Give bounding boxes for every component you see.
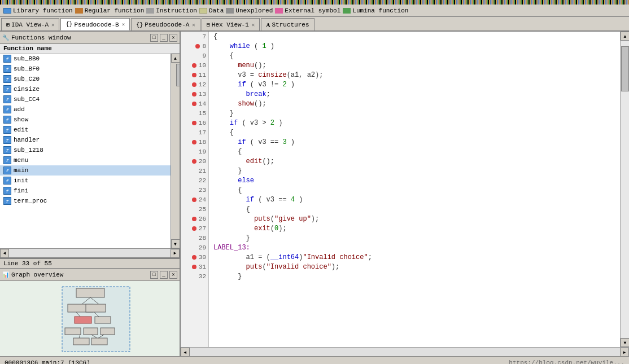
legend-label-external: External symbol bbox=[285, 7, 340, 14]
func-name: term_proc bbox=[14, 198, 47, 204]
tab-close-pb[interactable]: ✕ bbox=[122, 21, 125, 28]
functions-close-btn[interactable]: ✕ bbox=[169, 34, 177, 42]
func-icon: f bbox=[3, 55, 11, 63]
code-line-32: } bbox=[209, 271, 620, 281]
graph-float-btn[interactable]: □ bbox=[150, 271, 158, 279]
func-icon: f bbox=[3, 65, 11, 73]
func-item-init[interactable]: f init bbox=[0, 176, 171, 186]
func-name: sub_1218 bbox=[14, 147, 43, 154]
sb-up-btn[interactable]: ▲ bbox=[171, 54, 180, 63]
code-sb-track[interactable] bbox=[621, 41, 629, 338]
gutter-row-13: 13 bbox=[181, 89, 208, 99]
legend-color-unexplored bbox=[226, 8, 234, 14]
gutter-row-8: 8 bbox=[181, 41, 208, 51]
func-item-cinsize[interactable]: f cinsize bbox=[0, 84, 171, 94]
tab-close-pa[interactable]: ✕ bbox=[192, 22, 195, 28]
func-scrollbar[interactable]: ▲ ▼ bbox=[171, 54, 180, 248]
legend-library: Library function bbox=[3, 7, 73, 14]
func-hscroll-left[interactable]: ◄ bbox=[0, 249, 9, 258]
tab-close-hex[interactable]: ✕ bbox=[252, 22, 255, 28]
functions-title: Functions window bbox=[11, 34, 71, 41]
func-name: sub_BF0 bbox=[14, 65, 40, 72]
legend-color-regular bbox=[75, 8, 83, 14]
code-vscrollbar[interactable]: ▲ ▼ bbox=[620, 32, 629, 347]
legend-lumina: Lumina function bbox=[343, 7, 408, 14]
func-item-subC20[interactable]: f sub_C20 bbox=[0, 74, 171, 84]
func-item-add[interactable]: f add bbox=[0, 104, 171, 115]
tab-hex-view[interactable]: ⊟ Hex View-1 ✕ bbox=[202, 18, 260, 30]
graph-canvas[interactable] bbox=[0, 281, 180, 356]
legend-color-external bbox=[275, 8, 283, 14]
func-item-subBF0[interactable]: f sub_BF0 bbox=[0, 64, 171, 74]
func-item-show[interactable]: f show bbox=[0, 115, 171, 125]
status-bar: 0000013C6 main:7 (13C6) https://blog.csd… bbox=[0, 356, 629, 364]
tab-close-ida[interactable]: ✕ bbox=[51, 22, 54, 28]
tab-pseudocode-a[interactable]: {} Pseudocode-A ✕ bbox=[131, 18, 200, 30]
func-item-handler[interactable]: f handler bbox=[0, 135, 171, 145]
gutter-row-22: 22 bbox=[181, 176, 208, 185]
gutter-row-31: 31 bbox=[181, 262, 208, 271]
code-line-16: if ( v3 > 2 ) bbox=[209, 118, 620, 128]
legend-instruction: Instruction bbox=[146, 7, 197, 14]
func-item-termproc[interactable]: f term_proc bbox=[0, 196, 171, 206]
func-icon: f bbox=[3, 75, 11, 83]
func-list[interactable]: f sub_BB0 f sub_BF0 f sub_C20 f cinsize bbox=[0, 54, 171, 248]
code-sb-thumb[interactable] bbox=[621, 46, 629, 91]
svg-rect-12 bbox=[101, 328, 115, 335]
code-hscroll-left[interactable]: ◄ bbox=[181, 348, 190, 356]
tab-label-hex: Hex View-1 bbox=[212, 21, 249, 28]
func-hscroll-right[interactable]: ► bbox=[171, 249, 180, 258]
graph-close-btn[interactable]: ✕ bbox=[169, 271, 177, 279]
func-icon: f bbox=[3, 116, 11, 124]
graph-title: Graph overview bbox=[11, 271, 63, 278]
func-icon: f bbox=[3, 146, 11, 154]
func-item-edit[interactable]: f edit bbox=[0, 125, 171, 135]
status-left: 0000013C6 main:7 (13C6) bbox=[5, 359, 90, 365]
code-line-8: while ( 1 ) bbox=[209, 41, 620, 51]
func-item-main[interactable]: f main bbox=[0, 165, 171, 176]
code-sb-down[interactable]: ▼ bbox=[621, 338, 629, 347]
func-item-subCC4[interactable]: f sub_CC4 bbox=[0, 94, 171, 104]
func-hscroll[interactable]: ◄ ► bbox=[0, 248, 180, 257]
func-item-subBB0[interactable]: f sub_BB0 bbox=[0, 54, 171, 64]
left-panel: 🔧 Functions window □ _ ✕ Function name f… bbox=[0, 32, 181, 356]
code-hscroll-right[interactable]: ► bbox=[620, 348, 629, 356]
gutter-row-24: 24 bbox=[181, 195, 208, 204]
code-hscrollbar[interactable]: ◄ ► bbox=[181, 347, 629, 356]
graph-svg bbox=[45, 284, 164, 356]
func-item-menu[interactable]: f menu bbox=[0, 155, 171, 165]
functions-window: 🔧 Functions window □ _ ✕ Function name f… bbox=[0, 32, 180, 258]
legend-label-library: Library function bbox=[13, 7, 73, 14]
code-line-10: menu(); bbox=[209, 60, 620, 70]
functions-minimize-btn[interactable]: _ bbox=[160, 34, 168, 42]
svg-rect-6 bbox=[75, 317, 91, 323]
sb-thumb-func[interactable] bbox=[176, 64, 180, 86]
functions-float-btn[interactable]: □ bbox=[150, 34, 158, 42]
code-line-9: { bbox=[209, 51, 620, 60]
code-line-7: { bbox=[209, 32, 620, 41]
tab-ida-view[interactable]: ⊞ IDA View-A ✕ bbox=[1, 18, 59, 30]
graph-minimize-btn[interactable]: _ bbox=[160, 271, 168, 279]
code-sb-up[interactable]: ▲ bbox=[621, 32, 629, 41]
line-info: Line 33 of 55 bbox=[0, 258, 180, 269]
func-item-fini[interactable]: f fini bbox=[0, 186, 171, 196]
func-name: sub_CC4 bbox=[14, 96, 40, 103]
code-line-18: if ( v3 == 3 ) bbox=[209, 137, 620, 147]
gutter-row-11: 11 bbox=[181, 70, 208, 80]
legend-regular: Regular function bbox=[75, 7, 145, 14]
legend-label-unexplored: Unexplored bbox=[235, 7, 273, 14]
func-item-sub1218[interactable]: f sub_1218 bbox=[0, 145, 171, 155]
func-icon: f bbox=[3, 177, 11, 185]
gutter-row-29: 29 bbox=[181, 243, 208, 252]
func-column-header: Function name bbox=[0, 44, 180, 54]
code-content[interactable]: { while ( 1 ) { menu(); v3 = cinsize(a1,… bbox=[209, 32, 620, 347]
graph-titlebar: 📊 Graph overview □ _ ✕ bbox=[0, 269, 180, 281]
sb-down-btn[interactable]: ▼ bbox=[171, 239, 180, 248]
func-icon: f bbox=[3, 197, 11, 205]
code-line-25: { bbox=[209, 204, 620, 214]
tab-pseudocode-b[interactable]: {} Pseudocode-B ✕ bbox=[60, 18, 130, 30]
tab-structures[interactable]: A Structures bbox=[261, 18, 314, 30]
legend-external: External symbol bbox=[275, 7, 340, 14]
functions-title-group: 🔧 Functions window bbox=[2, 34, 71, 41]
functions-titlebar: 🔧 Functions window □ _ ✕ bbox=[0, 32, 180, 44]
